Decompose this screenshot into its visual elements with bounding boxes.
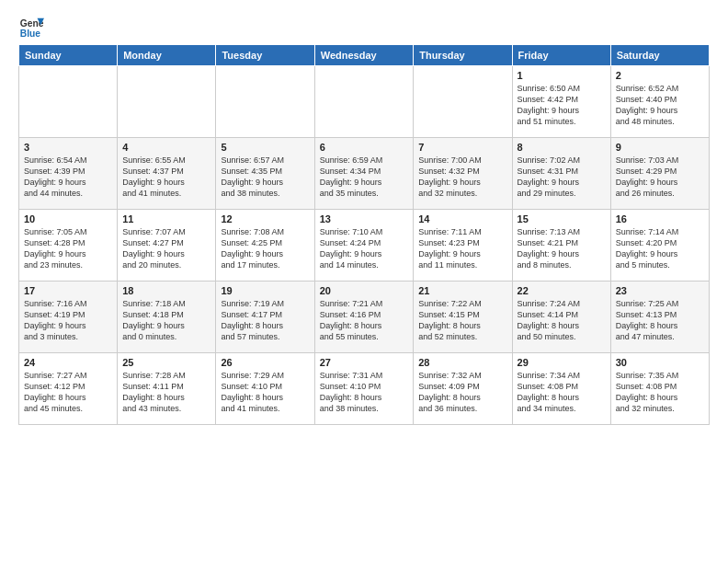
svg-text:Blue: Blue [20,29,41,39]
day-number: 21 [418,285,506,296]
day-info: Sunrise: 7:24 AM Sunset: 4:14 PM Dayligh… [518,298,606,343]
logo: General Blue [18,15,44,40]
day-number: 28 [418,357,506,368]
calendar-cell: 3Sunrise: 6:54 AM Sunset: 4:39 PM Daylig… [19,138,118,210]
day-number: 27 [320,357,409,368]
day-info: Sunrise: 7:03 AM Sunset: 4:29 PM Dayligh… [616,155,704,200]
day-info: Sunrise: 7:00 AM Sunset: 4:32 PM Dayligh… [418,155,506,200]
calendar-header-wednesday: Wednesday [314,45,414,66]
day-info: Sunrise: 7:02 AM Sunset: 4:31 PM Dayligh… [518,155,606,200]
day-number: 25 [122,357,210,368]
day-info: Sunrise: 7:07 AM Sunset: 4:27 PM Dayligh… [122,226,210,271]
day-number: 26 [221,357,309,368]
calendar-cell: 9Sunrise: 7:03 AM Sunset: 4:29 PM Daylig… [610,138,709,210]
calendar-cell: 16Sunrise: 7:14 AM Sunset: 4:20 PM Dayli… [610,210,709,282]
calendar-cell: 17Sunrise: 7:16 AM Sunset: 4:19 PM Dayli… [19,282,118,353]
calendar-week-row: 17Sunrise: 7:16 AM Sunset: 4:19 PM Dayli… [19,282,710,353]
day-number: 1 [518,70,606,81]
calendar-cell: 2Sunrise: 6:52 AM Sunset: 4:40 PM Daylig… [610,66,709,138]
day-info: Sunrise: 7:19 AM Sunset: 4:17 PM Dayligh… [221,298,309,343]
day-info: Sunrise: 6:57 AM Sunset: 4:35 PM Dayligh… [221,155,309,200]
calendar-cell: 23Sunrise: 7:25 AM Sunset: 4:13 PM Dayli… [610,282,709,353]
day-number: 5 [221,142,309,153]
day-info: Sunrise: 7:32 AM Sunset: 4:09 PM Dayligh… [418,370,506,415]
calendar-week-row: 10Sunrise: 7:05 AM Sunset: 4:28 PM Dayli… [19,210,710,282]
calendar-cell: 24Sunrise: 7:27 AM Sunset: 4:12 PM Dayli… [19,353,118,425]
calendar-header-sunday: Sunday [19,45,118,66]
day-number: 29 [518,357,606,368]
calendar-cell: 27Sunrise: 7:31 AM Sunset: 4:10 PM Dayli… [314,353,414,425]
calendar-header-thursday: Thursday [414,45,512,66]
day-number: 14 [418,213,506,224]
day-info: Sunrise: 7:16 AM Sunset: 4:19 PM Dayligh… [24,298,112,343]
day-info: Sunrise: 7:28 AM Sunset: 4:11 PM Dayligh… [122,370,210,415]
day-number: 11 [122,213,210,224]
day-number: 12 [221,213,309,224]
calendar-cell: 19Sunrise: 7:19 AM Sunset: 4:17 PM Dayli… [216,282,314,353]
calendar-cell: 8Sunrise: 7:02 AM Sunset: 4:31 PM Daylig… [512,138,610,210]
day-number: 18 [122,285,210,296]
calendar-header-row: SundayMondayTuesdayWednesdayThursdayFrid… [19,45,710,66]
calendar-cell [216,66,314,138]
day-info: Sunrise: 7:35 AM Sunset: 4:08 PM Dayligh… [616,370,704,415]
day-number: 17 [24,285,112,296]
calendar-cell: 4Sunrise: 6:55 AM Sunset: 4:37 PM Daylig… [118,138,216,210]
calendar-cell: 26Sunrise: 7:29 AM Sunset: 4:10 PM Dayli… [216,353,314,425]
day-info: Sunrise: 7:11 AM Sunset: 4:23 PM Dayligh… [418,226,506,271]
day-info: Sunrise: 7:14 AM Sunset: 4:20 PM Dayligh… [616,226,704,271]
calendar-cell: 30Sunrise: 7:35 AM Sunset: 4:08 PM Dayli… [610,353,709,425]
calendar-cell: 22Sunrise: 7:24 AM Sunset: 4:14 PM Dayli… [512,282,610,353]
day-info: Sunrise: 7:10 AM Sunset: 4:24 PM Dayligh… [320,226,409,271]
calendar-table: SundayMondayTuesdayWednesdayThursdayFrid… [18,44,710,425]
day-number: 24 [24,357,112,368]
calendar-week-row: 1Sunrise: 6:50 AM Sunset: 4:42 PM Daylig… [19,66,710,138]
day-info: Sunrise: 7:22 AM Sunset: 4:15 PM Dayligh… [418,298,506,343]
calendar-cell: 5Sunrise: 6:57 AM Sunset: 4:35 PM Daylig… [216,138,314,210]
day-number: 22 [518,285,606,296]
day-info: Sunrise: 7:31 AM Sunset: 4:10 PM Dayligh… [320,370,409,415]
calendar-cell: 7Sunrise: 7:00 AM Sunset: 4:32 PM Daylig… [414,138,512,210]
calendar-cell: 11Sunrise: 7:07 AM Sunset: 4:27 PM Dayli… [118,210,216,282]
calendar-cell: 21Sunrise: 7:22 AM Sunset: 4:15 PM Dayli… [414,282,512,353]
day-number: 4 [122,142,210,153]
day-number: 13 [320,213,409,224]
day-info: Sunrise: 7:25 AM Sunset: 4:13 PM Dayligh… [616,298,704,343]
day-number: 19 [221,285,309,296]
day-number: 8 [518,142,606,153]
calendar-cell: 25Sunrise: 7:28 AM Sunset: 4:11 PM Dayli… [118,353,216,425]
calendar-cell: 20Sunrise: 7:21 AM Sunset: 4:16 PM Dayli… [314,282,414,353]
day-info: Sunrise: 7:18 AM Sunset: 4:18 PM Dayligh… [122,298,210,343]
day-info: Sunrise: 7:27 AM Sunset: 4:12 PM Dayligh… [24,370,112,415]
day-info: Sunrise: 7:05 AM Sunset: 4:28 PM Dayligh… [24,226,112,271]
calendar-cell [19,66,118,138]
calendar-header-saturday: Saturday [610,45,709,66]
calendar-header-tuesday: Tuesday [216,45,314,66]
day-info: Sunrise: 7:21 AM Sunset: 4:16 PM Dayligh… [320,298,409,343]
day-info: Sunrise: 6:59 AM Sunset: 4:34 PM Dayligh… [320,155,409,200]
day-number: 7 [418,142,506,153]
calendar-cell: 6Sunrise: 6:59 AM Sunset: 4:34 PM Daylig… [314,138,414,210]
day-info: Sunrise: 7:29 AM Sunset: 4:10 PM Dayligh… [221,370,309,415]
day-info: Sunrise: 7:13 AM Sunset: 4:21 PM Dayligh… [518,226,606,271]
header: General Blue [18,15,710,40]
day-number: 2 [616,70,704,81]
calendar-cell [314,66,414,138]
calendar-cell: 13Sunrise: 7:10 AM Sunset: 4:24 PM Dayli… [314,210,414,282]
day-number: 15 [518,213,606,224]
calendar-cell: 10Sunrise: 7:05 AM Sunset: 4:28 PM Dayli… [19,210,118,282]
calendar-cell: 14Sunrise: 7:11 AM Sunset: 4:23 PM Dayli… [414,210,512,282]
page-container: General Blue SundayMondayTuesdayWednesda… [0,0,728,434]
day-number: 20 [320,285,409,296]
calendar-cell: 28Sunrise: 7:32 AM Sunset: 4:09 PM Dayli… [414,353,512,425]
day-info: Sunrise: 6:54 AM Sunset: 4:39 PM Dayligh… [24,155,112,200]
day-info: Sunrise: 7:08 AM Sunset: 4:25 PM Dayligh… [221,226,309,271]
day-info: Sunrise: 6:52 AM Sunset: 4:40 PM Dayligh… [616,83,704,128]
day-number: 30 [616,357,704,368]
calendar-cell: 12Sunrise: 7:08 AM Sunset: 4:25 PM Dayli… [216,210,314,282]
calendar-cell: 29Sunrise: 7:34 AM Sunset: 4:08 PM Dayli… [512,353,610,425]
day-number: 3 [24,142,112,153]
calendar-week-row: 3Sunrise: 6:54 AM Sunset: 4:39 PM Daylig… [19,138,710,210]
day-info: Sunrise: 7:34 AM Sunset: 4:08 PM Dayligh… [518,370,606,415]
day-number: 10 [24,213,112,224]
calendar-header-monday: Monday [118,45,216,66]
